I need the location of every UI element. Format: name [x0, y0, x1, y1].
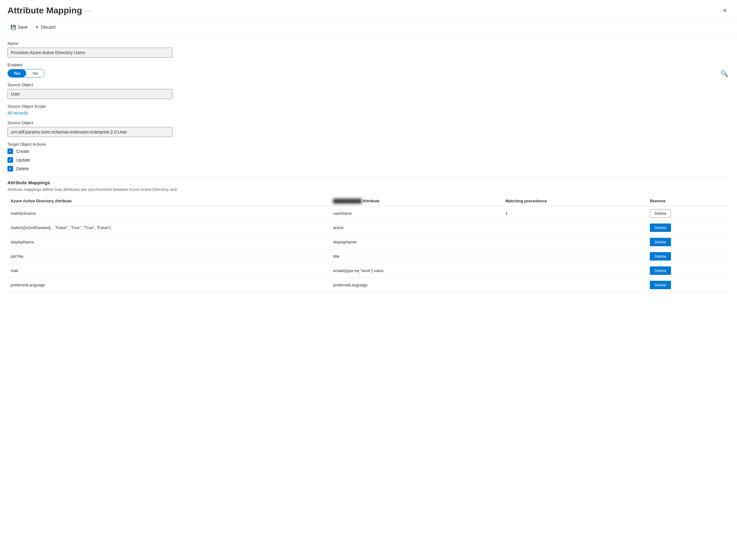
col-precedence: Matching precedence — [502, 196, 647, 206]
discard-icon: ✕ — [35, 25, 39, 30]
save-icon: 💾 — [11, 25, 16, 30]
close-button[interactable]: ✕ — [720, 6, 730, 15]
target-actions-group: Target Object Actions Create Update Dele… — [7, 142, 730, 172]
cell-precedence — [502, 264, 647, 278]
target-object-label: Source Object — [7, 120, 730, 125]
cell-precedence — [502, 249, 647, 264]
source-object-label: Source Object — [7, 82, 730, 87]
cell-remove: Delete — [647, 249, 730, 264]
cell-precedence: 1 — [502, 206, 647, 221]
toggle-no[interactable]: No — [26, 69, 45, 77]
table-header-row: Azure Active Directory Attribute ███████… — [7, 196, 730, 206]
cell-target: title — [330, 249, 503, 264]
cell-remove: Delete — [647, 278, 730, 292]
name-label: Name — [7, 41, 730, 46]
name-input[interactable] — [7, 48, 172, 58]
col-target: ██████████ Attribute — [330, 196, 503, 206]
zoom-icon[interactable]: 🔍 — [720, 70, 728, 77]
create-checkbox[interactable] — [7, 148, 13, 154]
cell-precedence — [502, 221, 647, 235]
dialog-header: Attribute Mapping ··· ✕ — [0, 0, 737, 20]
cell-target: active — [330, 221, 503, 235]
enabled-field-group: Enabled Yes No 🔍 — [7, 63, 730, 78]
delete-button[interactable]: Delete — [650, 209, 671, 218]
update-checkbox[interactable] — [7, 157, 13, 163]
source-scope-link[interactable]: All records — [7, 111, 28, 115]
delete-button[interactable]: Delete — [650, 238, 671, 246]
target-object-input[interactable] — [7, 127, 172, 137]
source-scope-label: Source Object Scope — [7, 104, 730, 109]
dialog-title-row: Attribute Mapping ··· — [7, 6, 92, 16]
cell-target: emails[type eq "work"].value — [330, 264, 503, 278]
source-object-field-group: Source Object — [7, 82, 730, 99]
toolbar: 💾 Save ✕ Discard — [0, 20, 737, 35]
delete-label: Delete — [16, 166, 29, 171]
table-row: preferredLanguagepreferredLanguageDelete — [7, 278, 730, 292]
blurred-app-name — [178, 187, 200, 192]
cell-remove: Delete — [647, 235, 730, 249]
enabled-toggle[interactable]: Yes No — [7, 69, 45, 78]
target-object-field-group: Source Object — [7, 120, 730, 137]
cell-remove: Delete — [647, 206, 730, 221]
enabled-row: Yes No 🔍 — [7, 69, 730, 78]
toggle-yes[interactable]: Yes — [8, 69, 26, 77]
attr-mappings-desc: Attribute mappings define how attributes… — [7, 187, 730, 192]
col-aad: Azure Active Directory Attribute — [7, 196, 330, 206]
save-button[interactable]: 💾 Save — [7, 23, 31, 31]
table-row: Switch([IsSoftDeleted], , "False", "True… — [7, 221, 730, 235]
action-create-row: Create — [7, 148, 730, 154]
delete-button[interactable]: Delete — [650, 266, 671, 275]
attribute-mappings-table: Azure Active Directory Attribute ███████… — [7, 196, 730, 292]
delete-button[interactable]: Delete — [650, 224, 671, 232]
source-scope-field-group: Source Object Scope All records — [7, 104, 730, 115]
table-row: mailemails[type eq "work"].valueDelete — [7, 264, 730, 278]
delete-button[interactable]: Delete — [650, 281, 671, 289]
dialog-title: Attribute Mapping — [7, 6, 82, 16]
cell-aad: mail — [7, 264, 330, 278]
enabled-label: Enabled — [7, 63, 730, 67]
cell-aad: mailNickname — [7, 206, 330, 221]
content-area: Name Enabled Yes No 🔍 Source Object Sour… — [0, 35, 737, 299]
col-remove: Remove — [647, 196, 730, 206]
attr-mappings-title: Attribute Mappings — [7, 180, 730, 185]
table-row: jobTitletitleDelete — [7, 249, 730, 264]
cell-remove: Delete — [647, 221, 730, 235]
discard-button[interactable]: ✕ Discard — [32, 23, 59, 31]
section-divider — [7, 176, 730, 177]
update-label: Update — [16, 158, 30, 162]
cell-target: preferredLanguage — [330, 278, 503, 292]
cell-remove: Delete — [647, 264, 730, 278]
cell-target: displayName — [330, 235, 503, 249]
action-update-row: Update — [7, 157, 730, 163]
cell-aad: preferredLanguage — [7, 278, 330, 292]
dialog-more-button[interactable]: ··· — [85, 7, 92, 14]
cell-target: userName — [330, 206, 503, 221]
source-object-input[interactable] — [7, 89, 172, 99]
attribute-mappings-section: Attribute Mappings Attribute mappings de… — [7, 180, 730, 292]
attribute-mapping-dialog: Attribute Mapping ··· ✕ 💾 Save ✕ Discard… — [0, 0, 737, 560]
name-field-group: Name — [7, 41, 730, 58]
cell-aad: jobTitle — [7, 249, 330, 264]
cell-aad: Switch([IsSoftDeleted], , "False", "True… — [7, 221, 330, 235]
cell-precedence — [502, 278, 647, 292]
create-label: Create — [16, 149, 29, 154]
cell-aad: displayName — [7, 235, 330, 249]
save-label: Save — [18, 25, 28, 30]
table-row: displayNamedisplayNameDelete — [7, 235, 730, 249]
target-actions-label: Target Object Actions — [7, 142, 730, 147]
delete-button[interactable]: Delete — [650, 252, 671, 261]
discard-label: Discard — [41, 25, 55, 30]
cell-precedence — [502, 235, 647, 249]
table-row: mailNicknameuserName1Delete — [7, 206, 730, 221]
action-delete-row: Delete — [7, 166, 730, 172]
delete-checkbox[interactable] — [7, 166, 13, 172]
